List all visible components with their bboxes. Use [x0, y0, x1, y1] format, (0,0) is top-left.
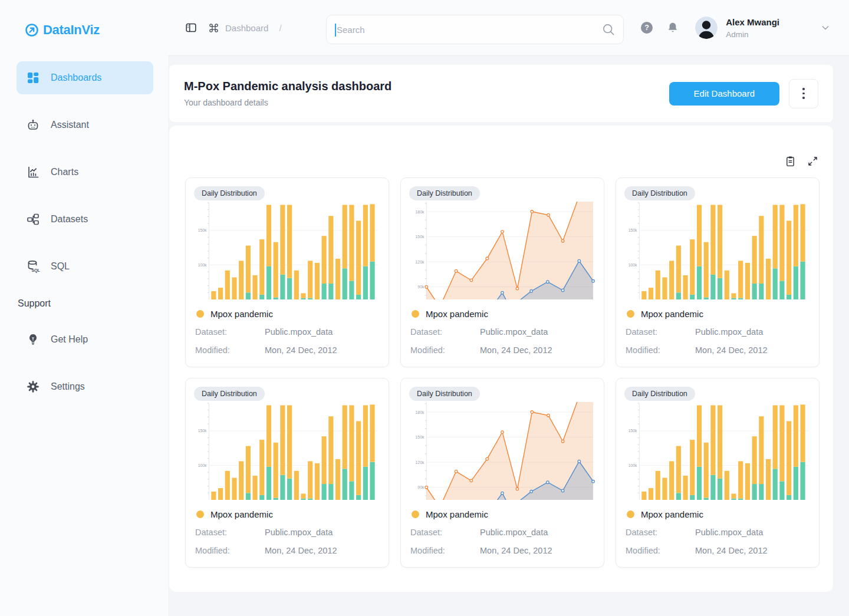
- app-logo[interactable]: DataInViz: [0, 0, 168, 38]
- avatar[interactable]: [695, 17, 718, 39]
- modified-row: Modified:Mon, 24 Dec, 2012: [409, 345, 595, 355]
- modified-row: Modified:Mon, 24 Dec, 2012: [624, 345, 811, 355]
- svg-text:100k: 100k: [628, 463, 637, 467]
- card-legend: Mpox pandemic: [196, 309, 380, 319]
- card-legend: Mpox pandemic: [412, 309, 595, 319]
- modified-row: Modified:Mon, 24 Dec, 2012: [194, 546, 380, 556]
- card-legend: Mpox pandemic: [196, 509, 380, 519]
- help-icon[interactable]: ?: [640, 21, 654, 35]
- sidebar-toggle-icon[interactable]: [185, 21, 198, 34]
- sidebar-nav: Dashboards Assistant: [0, 61, 168, 283]
- sidebar-item-get-help[interactable]: Get Help: [17, 323, 153, 356]
- modified-value: Mon, 24 Dec, 2012: [695, 546, 768, 555]
- legend-label: Mpox pandemic: [641, 309, 703, 319]
- legend-dot-icon: [412, 310, 419, 318]
- card-chip: Daily Distribution: [624, 387, 695, 401]
- user-role: Admin: [726, 30, 779, 39]
- clipboard-icon[interactable]: [784, 155, 797, 167]
- legend-dot-icon: [196, 510, 204, 518]
- search-icon[interactable]: [601, 22, 616, 37]
- legend-label: Mpox pandemic: [210, 509, 273, 519]
- logo-icon: [25, 23, 39, 37]
- settings-gear-icon: [26, 380, 40, 394]
- dataset-label: Dataset:: [195, 327, 265, 337]
- chart-card[interactable]: Daily Distribution 100k150k Mpox pandemi…: [185, 177, 389, 367]
- svg-text:150k: 150k: [628, 228, 637, 232]
- card-legend: Mpox pandemic: [412, 509, 595, 519]
- avatar-image: [695, 17, 718, 39]
- svg-text:150k: 150k: [628, 429, 637, 433]
- breadcrumb: Dashboard /: [208, 22, 282, 34]
- support-item-label: Settings: [51, 381, 85, 392]
- chart-card[interactable]: Daily Distribution 100k150k Mpox pandemi…: [185, 378, 389, 568]
- modified-value: Mon, 24 Dec, 2012: [265, 546, 337, 555]
- dataset-label: Dataset:: [626, 528, 695, 538]
- expand-icon[interactable]: [807, 155, 819, 167]
- dataset-value: Public.mpox_data: [480, 528, 548, 537]
- card-legend: Mpox pandemic: [627, 309, 811, 319]
- dataset-value: Public.mpox_data: [265, 327, 333, 337]
- svg-text:180k: 180k: [416, 410, 424, 414]
- sidebar-item-settings[interactable]: Settings: [17, 370, 153, 403]
- sidebar: DataInViz Dashboards Assistant: [0, 0, 168, 616]
- chart-card[interactable]: Daily Distribution 90k120k150k180k Mpox …: [400, 378, 604, 568]
- notifications-bell-icon[interactable]: [666, 21, 680, 35]
- svg-text:100k: 100k: [198, 463, 207, 467]
- legend-dot-icon: [627, 510, 634, 518]
- card-chip: Daily Distribution: [624, 186, 695, 200]
- chart-card[interactable]: Daily Distribution 100k150k Mpox pandemi…: [616, 177, 820, 367]
- breadcrumb-dashboard[interactable]: Dashboard: [225, 23, 268, 33]
- sidebar-item-dashboards[interactable]: Dashboards: [17, 61, 153, 94]
- assistant-robot-icon: [26, 118, 40, 132]
- svg-text:120k: 120k: [416, 460, 424, 465]
- modified-row: Modified:Mon, 24 Dec, 2012: [624, 546, 811, 556]
- svg-text:150k: 150k: [416, 235, 424, 239]
- dataset-row: Dataset:Public.mpox_data: [624, 528, 811, 538]
- sidebar-item-label: SQL: [51, 261, 70, 272]
- svg-text:100k: 100k: [198, 263, 207, 267]
- modified-row: Modified:Mon, 24 Dec, 2012: [409, 546, 595, 556]
- dataset-label: Dataset:: [195, 528, 265, 538]
- card-chart: 100k150k: [624, 401, 811, 502]
- modified-label: Modified:: [195, 546, 265, 556]
- svg-text:150k: 150k: [198, 228, 207, 232]
- search-box: [326, 15, 624, 44]
- modified-value: Mon, 24 Dec, 2012: [480, 345, 552, 355]
- card-legend: Mpox pandemic: [627, 509, 811, 519]
- chart-card[interactable]: Daily Distribution 90k120k150k180k Mpox …: [400, 177, 604, 367]
- sidebar-item-label: Datasets: [51, 214, 88, 225]
- breadcrumb-separator: /: [279, 23, 281, 33]
- sidebar-item-charts[interactable]: Charts: [17, 156, 153, 189]
- search-input[interactable]: [327, 15, 601, 44]
- sidebar-item-label: Assistant: [51, 120, 89, 130]
- more-options-button[interactable]: [789, 79, 818, 108]
- sidebar-item-sql[interactable]: SQL SQL: [17, 250, 153, 283]
- modified-value: Mon, 24 Dec, 2012: [695, 345, 768, 355]
- legend-label: Mpox pandemic: [426, 309, 488, 319]
- panel-tools: [784, 155, 819, 167]
- support-heading: Support: [18, 298, 168, 309]
- lightbulb-icon: [26, 332, 40, 347]
- card-chart: 100k150k: [624, 200, 811, 302]
- dataset-value: Public.mpox_data: [695, 528, 763, 537]
- card-chip: Daily Distribution: [194, 387, 265, 401]
- modified-value: Mon, 24 Dec, 2012: [480, 546, 552, 555]
- sidebar-item-assistant[interactable]: Assistant: [17, 108, 153, 141]
- sidebar-item-label: Charts: [51, 167, 78, 177]
- chart-card[interactable]: Daily Distribution 100k150k Mpox pandemi…: [616, 378, 820, 568]
- legend-label: Mpox pandemic: [641, 509, 703, 519]
- card-chart: 90k120k150k180k: [409, 401, 595, 502]
- edit-dashboard-button[interactable]: Edit Dashboard: [669, 82, 779, 106]
- dataset-value: Public.mpox_data: [480, 327, 548, 337]
- modified-label: Modified:: [410, 546, 480, 556]
- page-title: M-Pox Pandemic analysis dashboard: [184, 80, 391, 93]
- svg-text:150k: 150k: [416, 435, 424, 439]
- cards-grid: Daily Distribution 100k150k Mpox pandemi…: [185, 177, 820, 568]
- sidebar-item-label: Dashboards: [51, 73, 101, 83]
- sidebar-item-datasets[interactable]: Datasets: [17, 203, 153, 236]
- user-name: Alex Mwangi: [726, 17, 779, 27]
- chevron-down-icon[interactable]: [820, 22, 831, 34]
- dataset-row: Dataset:Public.mpox_data: [409, 327, 595, 337]
- modified-label: Modified:: [195, 345, 265, 355]
- page-subtitle: Your dashboard details: [184, 98, 391, 107]
